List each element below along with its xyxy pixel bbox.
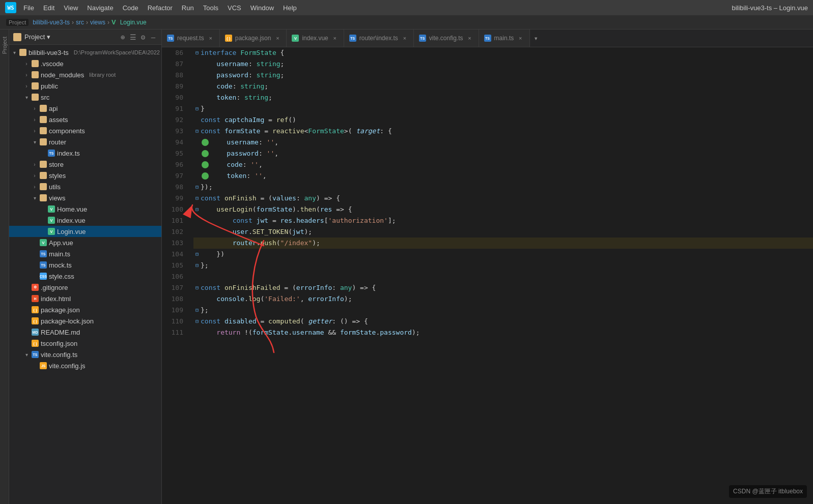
fold-arrow-109[interactable]: ⊟ [193, 307, 201, 314]
package-json-icon: { } [32, 306, 39, 313]
tab-vite-config-close[interactable]: × [466, 35, 473, 42]
hide-icon[interactable]: — [149, 33, 157, 41]
token: }); [201, 182, 212, 193]
tab-router-index[interactable]: TS router\index.ts × [344, 29, 414, 47]
menu-item-run[interactable]: Run [178, 3, 198, 13]
fold-arrow-107[interactable]: ⊟ [193, 284, 201, 291]
sidebar-item-router[interactable]: ▾ router [9, 136, 161, 147]
token: ); [312, 238, 320, 249]
store-chevron: › [32, 161, 38, 167]
menu-item-navigate[interactable]: Navigate [83, 3, 117, 13]
sidebar-item-views[interactable]: ▾ views [9, 192, 161, 203]
sidebar-item-index-vue[interactable]: V index.vue [9, 215, 161, 226]
fold-arrow-105[interactable]: ⊟ [193, 262, 201, 269]
tab-overflow[interactable]: ▾ [530, 29, 542, 47]
token [201, 204, 216, 215]
breadcrumb-project[interactable]: bilibili-vue3-ts [33, 19, 70, 26]
menu-item-tools[interactable]: Tools [199, 3, 222, 13]
fold-arrow-98[interactable]: ⊟ [193, 184, 201, 191]
tab-main-ts[interactable]: TS main.ts × [479, 29, 530, 47]
token: disabled [225, 316, 257, 327]
token [211, 137, 227, 148]
tab-main-ts-close[interactable]: × [517, 35, 524, 42]
root-label: bilibili-vue3-ts [29, 49, 69, 56]
vscode-label: .vscode [41, 60, 64, 68]
fold-arrow-86[interactable]: ⊟ [193, 49, 201, 56]
sidebar-item-styles[interactable]: › styles [9, 170, 161, 181]
sidebar-item-api[interactable]: › api [9, 103, 161, 114]
token: user [233, 226, 248, 238]
fold-arrow-100[interactable]: ⊟ [193, 206, 201, 213]
sidebar-item-app-vue[interactable]: V App.vue [9, 237, 161, 248]
filter-icon[interactable]: ⚙ [139, 33, 147, 41]
tab-request-ts[interactable]: TS request.ts × [162, 29, 220, 47]
sidebar-item-vite-config-js[interactable]: JS vite.config.js [9, 360, 161, 371]
sidebar-item-index-html[interactable]: H index.html [9, 293, 161, 304]
tab-index-vue[interactable]: V index.vue × [287, 29, 344, 47]
sidebar-item-router-index[interactable]: TS index.ts [9, 147, 161, 159]
sync-icon[interactable]: ⊕ [119, 33, 127, 41]
sidebar-item-package-lock[interactable]: { } package-lock.json [9, 315, 161, 327]
code-content[interactable]: ⊟interface FormState { username: string;… [187, 47, 813, 504]
menu-item-refactor[interactable]: Refactor [144, 3, 177, 13]
sidebar-item-readme[interactable]: MD README.md [9, 327, 161, 338]
breadcrumb-views[interactable]: views [90, 19, 105, 26]
token: '' [267, 148, 275, 159]
collapse-icon[interactable]: ☰ [129, 33, 137, 41]
sidebar-item-main-ts[interactable]: TS main.ts [9, 248, 161, 259]
sidebar-item-vscode[interactable]: › .vscode [9, 58, 161, 69]
fold-arrow-99[interactable]: ⊟ [193, 195, 201, 202]
sidebar-item-node-modules[interactable]: › node_modules library root [9, 69, 161, 80]
menu-item-help[interactable]: Help [279, 3, 301, 13]
menu-item-file[interactable]: File [19, 3, 38, 13]
sidebar-item-login-vue[interactable]: V Login.vue [9, 226, 161, 237]
tab-router-index-close[interactable]: × [401, 35, 408, 42]
store-folder-icon [40, 161, 47, 168]
window-title: bilibili-vue3-ts – Login.vue [732, 4, 808, 12]
project-label: Project [6, 19, 29, 26]
sidebar-item-package-json[interactable]: { } package.json [9, 304, 161, 315]
public-folder-icon [32, 82, 39, 90]
sidebar-item-assets[interactable]: › assets [9, 114, 161, 125]
menu-item-window[interactable]: Window [246, 3, 278, 13]
fold-arrow-104[interactable]: ⊟ [193, 251, 201, 258]
tab-vite-config[interactable]: TS vite.config.ts × [414, 29, 479, 47]
fold-arrow-93[interactable]: ⊟ [193, 128, 201, 135]
sidebar-item-store[interactable]: › store [9, 159, 161, 170]
sidebar-item-style-css[interactable]: CSS style.css [9, 271, 161, 282]
tab-router-index-icon: TS [349, 35, 356, 42]
editor-area: TS request.ts × { } package.json × V ind… [162, 29, 813, 504]
tab-index-vue-close[interactable]: × [331, 35, 339, 42]
fold-arrow-91[interactable]: ⊟ [193, 105, 201, 112]
tab-package-json-close[interactable]: × [274, 35, 281, 42]
sidebar-item-tsconfig[interactable]: { } tsconfig.json [9, 338, 161, 349]
tab-request-ts-close[interactable]: × [207, 35, 214, 42]
token: any [304, 193, 316, 204]
fold-arrow-110[interactable]: ⊟ [193, 318, 201, 325]
token: errorInfo [296, 282, 332, 293]
sidebar-item-src[interactable]: ▾ src [9, 92, 161, 103]
menu-item-edit[interactable]: Edit [39, 3, 59, 13]
token: = [264, 114, 276, 126]
token: password [216, 70, 248, 81]
sidebar-item-public[interactable]: › public [9, 80, 161, 92]
tree-root[interactable]: ▾ bilibili-vue3-ts D:\ProgramWorkSpace\I… [9, 47, 161, 58]
token [220, 316, 225, 327]
menu-item-view[interactable]: View [60, 3, 82, 13]
menu-item-vcs[interactable]: VCS [223, 3, 245, 13]
sidebar-item-gitignore[interactable]: ⚙ .gitignore [9, 282, 161, 293]
components-folder-icon [40, 127, 47, 134]
sidebar-item-mock-ts[interactable]: TS mock.ts [9, 259, 161, 271]
token: : [236, 92, 244, 103]
breadcrumb-file[interactable]: Login.vue [120, 19, 147, 26]
sidebar-item-components[interactable]: › components [9, 125, 161, 136]
menu-item-code[interactable]: Code [119, 3, 143, 13]
token: : { [380, 126, 391, 137]
token: const [201, 114, 220, 126]
sidebar-item-home-vue[interactable]: V Home.vue [9, 203, 161, 215]
tab-package-json[interactable]: { } package.json × [220, 29, 287, 47]
breadcrumb-src[interactable]: src [76, 19, 84, 26]
sidebar-item-utils[interactable]: › utils [9, 181, 161, 192]
sidebar-item-vite-config-ts[interactable]: ▾ TS vite.config.ts [9, 349, 161, 360]
token: '' [250, 159, 259, 170]
